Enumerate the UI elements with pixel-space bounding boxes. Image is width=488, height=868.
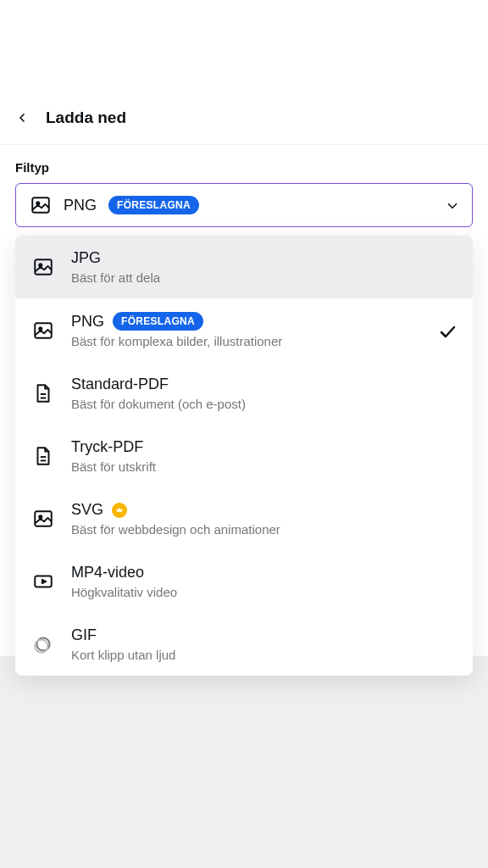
option-description: Högkvalitativ video — [71, 585, 456, 599]
option-title: PNG — [71, 313, 104, 331]
check-icon — [437, 321, 456, 340]
backdrop — [0, 656, 488, 868]
chevron-down-icon — [445, 198, 458, 212]
filetype-select[interactable]: PNG FÖRESLAGNA — [15, 183, 473, 227]
option-description: Bäst för komplexa bilder, illustrationer — [71, 334, 420, 348]
svg-point-3 — [39, 264, 42, 266]
filetype-option[interactable]: SVGBäst för webbdesign och animationer — [15, 487, 473, 550]
filetype-dropdown: JPGBäst för att delaPNGFÖRESLAGNABäst fö… — [15, 236, 473, 676]
svg-point-11 — [39, 515, 42, 518]
gif-icon — [32, 633, 54, 655]
option-main: SVGBäst för webbdesign och animationer — [71, 501, 456, 537]
option-main: GIFKort klipp utan ljud — [71, 626, 456, 662]
suggested-badge: FÖRESLAGNA — [113, 312, 203, 331]
suggested-badge: FÖRESLAGNA — [108, 196, 199, 214]
filetype-option[interactable]: Tryck-PDFBäst för utskrift — [15, 425, 473, 487]
svg-point-5 — [39, 327, 42, 330]
page-title: Ladda ned — [46, 108, 126, 127]
option-main: Standard-PDFBäst för dokument (och e-pos… — [71, 376, 456, 411]
filetype-option[interactable]: Standard-PDFBäst för dokument (och e-pos… — [15, 362, 473, 425]
option-main: JPGBäst för att dela — [71, 249, 456, 285]
filetype-label: Filtyp — [15, 160, 473, 175]
option-description: Bäst för dokument (och e-post) — [71, 397, 456, 411]
pdf-icon — [32, 445, 54, 467]
svg-marker-13 — [42, 580, 46, 583]
option-title: JPG — [71, 249, 101, 267]
image-icon — [32, 256, 54, 278]
filetype-section: Filtyp PNG FÖRESLAGNA — [0, 145, 488, 227]
option-title: MP4-video — [71, 564, 144, 581]
option-description: Bäst för utskrift — [71, 459, 456, 474]
option-main: PNGFÖRESLAGNABäst för komplexa bilder, i… — [71, 312, 420, 348]
filetype-option[interactable]: GIFKort klipp utan ljud — [15, 613, 473, 676]
filetype-selected-value: PNG — [64, 197, 97, 214]
option-description: Kort klipp utan ljud — [71, 648, 456, 662]
image-icon — [30, 194, 52, 216]
filetype-option[interactable]: JPGBäst för att dela — [15, 236, 473, 298]
option-main: Tryck-PDFBäst för utskrift — [71, 438, 456, 474]
filetype-option[interactable]: PNGFÖRESLAGNABäst för komplexa bilder, i… — [15, 298, 473, 362]
premium-icon — [112, 503, 127, 518]
option-description: Bäst för att dela — [71, 270, 456, 285]
option-main: MP4-videoHögkvalitativ video — [71, 564, 456, 599]
option-title: SVG — [71, 501, 103, 519]
video-icon — [32, 570, 54, 593]
download-header: Ladda ned — [0, 85, 488, 145]
pdf-icon — [32, 382, 54, 404]
back-icon[interactable] — [15, 111, 29, 125]
option-description: Bäst för webbdesign och animationer — [71, 522, 456, 537]
option-title: GIF — [71, 626, 97, 644]
option-title: Standard-PDF — [71, 376, 169, 393]
image-icon — [32, 508, 54, 530]
svg-point-1 — [36, 202, 39, 204]
image-icon — [32, 320, 54, 342]
filetype-option[interactable]: MP4-videoHögkvalitativ video — [15, 550, 473, 613]
option-title: Tryck-PDF — [71, 438, 143, 456]
